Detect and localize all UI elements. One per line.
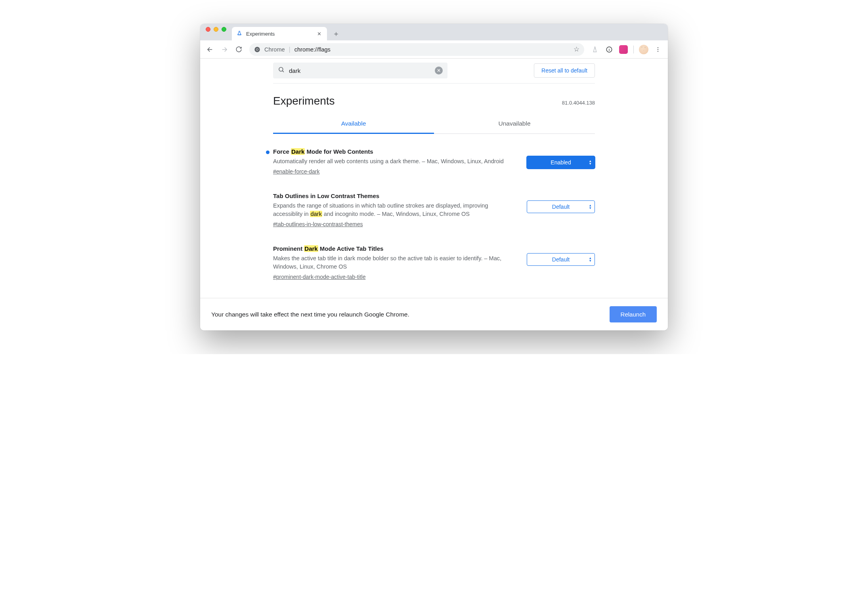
toolbar-separator [633, 46, 634, 53]
profile-avatar[interactable] [638, 44, 650, 55]
kebab-menu-icon[interactable] [652, 44, 664, 55]
flag-state-select[interactable]: Default▴▾ [527, 253, 595, 266]
extension-info-icon[interactable] [603, 44, 615, 55]
tab-available[interactable]: Available [273, 114, 434, 134]
select-chevron-icon: ▴▾ [589, 204, 591, 210]
svg-point-7 [279, 67, 283, 71]
new-tab-button[interactable]: ＋ [330, 28, 342, 40]
url-path: chrome://flags [294, 46, 331, 53]
flag-description: Automatically render all web contents us… [273, 157, 517, 166]
svg-point-4 [658, 47, 658, 48]
tab-title: Experiments [246, 31, 312, 37]
minimize-window-button[interactable] [214, 27, 218, 32]
extension-metronome-icon[interactable] [589, 44, 601, 55]
flag-row: Tab Outlines in Low Contrast ThemesExpan… [273, 193, 595, 245]
extension-pink-icon[interactable] [618, 44, 629, 55]
svg-point-6 [658, 51, 658, 51]
relaunch-bar: Your changes will take effect the next t… [200, 298, 668, 330]
flag-state-select[interactable]: Default▴▾ [527, 200, 595, 213]
flag-permalink[interactable]: #enable-force-dark [273, 168, 320, 175]
browser-tab[interactable]: Experiments ✕ [232, 27, 327, 40]
flag-title: Force Dark Mode for Web Contents [273, 148, 517, 155]
svg-point-2 [256, 49, 258, 50]
flag-description: Expands the range of situations in which… [273, 202, 517, 218]
url-origin: Chrome [264, 46, 285, 53]
flags-list: Force Dark Mode for Web ContentsAutomati… [273, 134, 595, 298]
reset-all-button[interactable]: Reset all to default [534, 63, 595, 78]
reload-button[interactable] [233, 44, 245, 55]
flask-icon [237, 31, 242, 37]
search-strip: ✕ Reset all to default [273, 59, 595, 84]
select-value: Default [552, 256, 570, 263]
url-divider: | [289, 46, 291, 53]
select-value: Default [552, 204, 570, 210]
flag-title: Prominent Dark Mode Active Tab Titles [273, 245, 517, 252]
page-content: ✕ Reset all to default Experiments 81.0.… [200, 59, 668, 298]
forward-button[interactable] [218, 44, 230, 55]
select-chevron-icon: ▴▾ [589, 257, 591, 262]
clear-search-icon[interactable]: ✕ [435, 67, 443, 74]
toolbar: Chrome | chrome://flags ☆ [200, 40, 668, 59]
select-value: Enabled [551, 159, 571, 166]
flag-permalink[interactable]: #prominent-dark-mode-active-tab-title [273, 274, 365, 280]
maximize-window-button[interactable] [222, 27, 226, 32]
flag-row: Force Dark Mode for Web ContentsAutomati… [273, 148, 595, 193]
titlebar: Experiments ✕ ＋ [200, 24, 668, 40]
search-input[interactable] [289, 67, 431, 74]
page-header: Experiments 81.0.4044.138 [273, 84, 595, 114]
search-icon [278, 66, 285, 75]
flag-title: Tab Outlines in Low Contrast Themes [273, 193, 517, 199]
back-button[interactable] [204, 44, 216, 55]
select-chevron-icon: ▴▾ [589, 160, 591, 165]
svg-point-5 [658, 49, 658, 50]
tabs: Available Unavailable [273, 114, 595, 134]
relaunch-button[interactable]: Relaunch [610, 306, 657, 322]
close-tab-icon[interactable]: ✕ [316, 30, 322, 38]
chrome-icon [254, 46, 260, 53]
close-window-button[interactable] [206, 27, 210, 32]
version-label: 81.0.4044.138 [562, 100, 595, 106]
search-box[interactable]: ✕ [273, 63, 447, 78]
window-controls [200, 27, 232, 37]
tab-unavailable[interactable]: Unavailable [434, 114, 595, 134]
flag-row: Prominent Dark Mode Active Tab TitlesMak… [273, 245, 595, 298]
flag-description: Makes the active tab title in dark mode … [273, 254, 517, 271]
flag-permalink[interactable]: #tab-outlines-in-low-contrast-themes [273, 221, 363, 227]
page-title: Experiments [273, 95, 335, 107]
modified-indicator-icon [266, 151, 270, 154]
flag-state-select[interactable]: Enabled▴▾ [527, 156, 595, 169]
relaunch-message: Your changes will take effect the next t… [211, 311, 409, 318]
bookmark-star-icon[interactable]: ☆ [574, 45, 579, 53]
address-bar[interactable]: Chrome | chrome://flags ☆ [249, 43, 584, 56]
browser-window: Experiments ✕ ＋ Chrome | chrome://flags … [200, 24, 668, 330]
